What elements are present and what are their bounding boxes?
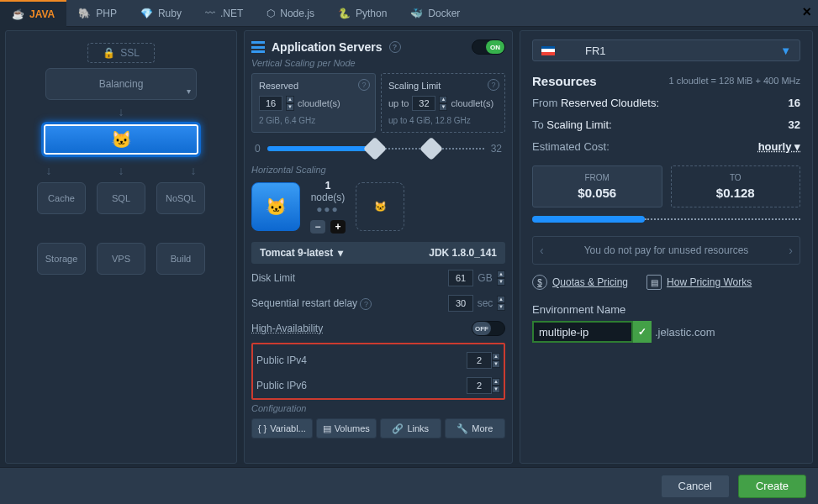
cost-from-box: FROM $0.056 — [532, 165, 662, 207]
env-name-input[interactable] — [532, 321, 633, 343]
ipv4-input[interactable] — [467, 352, 492, 369]
link-icon: 🔗 — [392, 423, 404, 434]
info-icon[interactable]: ? — [358, 79, 370, 91]
tomcat-icon: 🐱 — [374, 201, 387, 213]
close-icon[interactable]: × — [802, 3, 811, 21]
hs-count: 1 — [310, 180, 346, 192]
scaling-limit-input[interactable] — [412, 96, 435, 111]
section-title: Application Servers — [272, 40, 383, 54]
slider-min: 0 — [255, 143, 261, 155]
info-icon[interactable]: ? — [360, 298, 372, 310]
wrench-icon: 🔧 — [456, 423, 468, 434]
reserved-cloudlets-input[interactable] — [259, 96, 282, 111]
hs-nodes-label: node(s) — [310, 192, 346, 203]
tab-python[interactable]: 🐍Python — [326, 0, 398, 27]
build-node[interactable]: Build — [156, 243, 205, 275]
language-tabs: ☕JAVA 🐘PHP 💎Ruby 〰.NET ⬡Node.js 🐍Python … — [0, 0, 818, 27]
disk-icon: ▤ — [323, 423, 331, 434]
hs-minus-button[interactable]: − — [310, 220, 325, 234]
tab-java[interactable]: ☕JAVA — [0, 0, 66, 27]
info-icon[interactable]: ? — [488, 79, 499, 91]
nodejs-icon: ⬡ — [267, 8, 275, 19]
ipv4-stepper[interactable]: ▲▼ — [492, 353, 500, 368]
chevron-down-icon: ▾ — [338, 247, 343, 259]
reserved-stepper[interactable]: ▲▼ — [286, 96, 294, 111]
env-domain-suffix: .jelastic.com — [655, 326, 715, 339]
limit-stepper[interactable]: ▲▼ — [439, 96, 447, 111]
cost-mode-dropdown[interactable]: hourly ▾ — [758, 140, 800, 153]
disk-limit-label: Disk Limit — [251, 272, 448, 284]
estimated-cost-label: Estimated Cost: — [532, 140, 610, 153]
storage-node[interactable]: Storage — [37, 243, 86, 275]
links-button[interactable]: 🔗Links — [380, 418, 441, 438]
chevron-left-icon[interactable]: ‹ — [540, 244, 544, 257]
cost-to-box: TO $0.128 — [671, 165, 801, 207]
cache-node[interactable]: Cache — [37, 182, 86, 214]
dialog-footer: Cancel Create — [0, 467, 818, 504]
disk-stepper[interactable]: ▲▼ — [497, 270, 505, 286]
reserved-spec: 2 GiB, 6.4 GHz — [259, 116, 368, 125]
ha-label[interactable]: High-Availability — [251, 323, 472, 334]
reserved-cloudlets-box: ? Reserved ▲▼ cloudlet(s) 2 GiB, 6.4 GHz — [251, 73, 376, 133]
dotnet-icon: 〰 — [205, 8, 215, 19]
dots-icon: ●●● — [310, 203, 346, 215]
balancing-node[interactable]: Balancing▾ — [45, 68, 197, 100]
hs-plus-button[interactable]: + — [330, 220, 346, 234]
server-dropdown[interactable]: Tomcat 9-latest▾ JDK 1.8.0_141 — [251, 242, 505, 264]
tab-docker[interactable]: 🐳Docker — [398, 0, 472, 27]
check-icon: ✓ — [633, 321, 652, 343]
region-dropdown[interactable]: FR1 ▼ — [532, 39, 800, 61]
slider-handle-reserved[interactable] — [363, 137, 387, 160]
slider-max: 32 — [491, 143, 502, 155]
ssl-toggle[interactable]: 🔒SSL — [87, 43, 155, 63]
slider-handle-limit[interactable] — [420, 137, 443, 160]
doc-icon: ▤ — [646, 275, 662, 290]
create-button[interactable]: Create — [738, 475, 806, 498]
tab-dotnet[interactable]: 〰.NET — [193, 0, 255, 27]
arrow-down-icon: ↓ — [119, 164, 124, 177]
hs-active-node[interactable]: 🐱 — [251, 182, 300, 231]
docker-icon: 🐳 — [410, 8, 423, 19]
flag-fr-icon — [541, 46, 555, 55]
ha-toggle[interactable]: OFF — [472, 321, 505, 336]
tab-nodejs[interactable]: ⬡Node.js — [255, 0, 326, 27]
appserver-toggle[interactable]: ON — [472, 39, 505, 55]
arrow-down-icon: ↓ — [46, 164, 52, 177]
expand-icon: ▾ — [187, 87, 191, 96]
limit-spec: up to 4 GiB, 12.8 GHz — [388, 116, 498, 125]
configuration-heading: Configuration — [251, 403, 505, 413]
quotas-pricing-link[interactable]: $Quotas & Pricing — [532, 275, 628, 290]
nosql-node[interactable]: NoSQL — [156, 182, 205, 214]
jdk-label: JDK 1.8.0_141 — [429, 247, 497, 259]
horizontal-scaling-heading: Horizontal Scaling — [251, 165, 505, 175]
appserver-node-selected[interactable]: 🐱 — [41, 122, 201, 157]
variables-button[interactable]: { }Variabl... — [251, 418, 313, 438]
arrow-down-icon: ↓ — [191, 164, 197, 177]
disk-limit-input[interactable] — [448, 270, 473, 286]
chevron-right-icon[interactable]: › — [789, 244, 793, 257]
cloudlet-slider[interactable] — [267, 144, 484, 153]
sql-node[interactable]: SQL — [97, 182, 145, 214]
more-button[interactable]: 🔧More — [445, 418, 506, 438]
pricing-tip-carousel: ‹ You do not pay for unused resources › — [532, 236, 800, 265]
chevron-down-icon: ▼ — [780, 45, 791, 57]
appserver-settings-panel: Application Servers ? ON Vertical Scalin… — [244, 30, 513, 464]
resources-title: Resources — [532, 74, 597, 88]
tab-php[interactable]: 🐘PHP — [66, 0, 129, 27]
ipv6-stepper[interactable]: ▲▼ — [492, 378, 500, 393]
cancel-button[interactable]: Cancel — [661, 475, 730, 498]
hs-add-node[interactable]: 🐱 — [356, 182, 404, 231]
info-icon[interactable]: ? — [389, 41, 401, 53]
how-pricing-link[interactable]: ▤How Pricing Works — [646, 275, 752, 290]
cloudlet-note: 1 cloudlet = 128 MiB + 400 MHz — [668, 76, 800, 86]
volumes-button[interactable]: ▤Volumes — [316, 418, 377, 438]
php-icon: 🐘 — [78, 8, 91, 19]
ruby-icon: 💎 — [140, 8, 153, 19]
resources-panel: FR1 ▼ Resources1 cloudlet = 128 MiB + 40… — [520, 30, 813, 464]
ipv6-input[interactable] — [467, 377, 492, 394]
tab-ruby[interactable]: 💎Ruby — [129, 0, 193, 27]
restart-stepper[interactable]: ▲▼ — [497, 296, 505, 311]
section-icon — [251, 41, 265, 53]
vps-node[interactable]: VPS — [97, 243, 145, 275]
restart-delay-input[interactable] — [448, 295, 473, 312]
